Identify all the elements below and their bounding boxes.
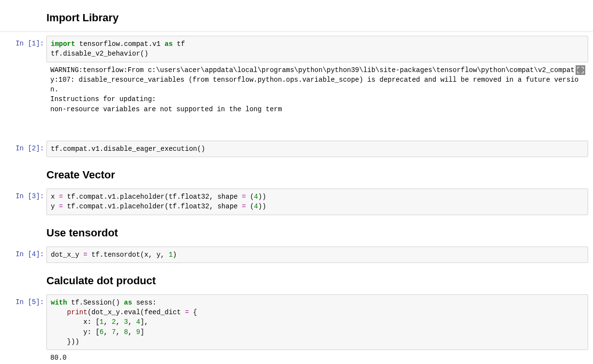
prompt (0, 157, 46, 189)
code-input[interactable]: with tf.Session() as sess: print(dot_x_y… (46, 294, 588, 350)
code-cell[interactable]: In [5]: with tf.Session() as sess: print… (0, 294, 593, 364)
code-cell[interactable]: In [4]: dot_x_y = tf.tensordot(x, y, 1) (0, 247, 593, 263)
output-text: 80.0 ▲▼ (46, 350, 588, 364)
prompt (0, 0, 46, 31)
input-prompt: In [4]: (0, 247, 46, 263)
input-prompt: In [5]: (0, 294, 46, 364)
heading-import-library: Import Library (46, 10, 588, 26)
markdown-cell: Create Vector (0, 157, 593, 189)
notebook: Import Library In [1]: import tensorflow… (0, 0, 593, 364)
heading-calculate-dot-product: Calculate dot product (46, 273, 588, 289)
expand-icon[interactable] (576, 65, 585, 75)
heading-create-vector: Create Vector (46, 167, 588, 183)
markdown-cell: Use tensordot (0, 215, 593, 247)
markdown-cell: Calculate dot product (0, 263, 593, 294)
output-text: WARNING:tensorflow:From c:\users\acer\ap… (46, 62, 588, 137)
code-input[interactable]: import tensorflow.compat.v1 as tf tf.dis… (46, 36, 588, 62)
code-cell[interactable]: In [3]: x = tf.compat.v1.placeholder(tf.… (0, 189, 593, 215)
input-prompt: In [3]: (0, 189, 46, 215)
input-prompt: In [1]: (0, 36, 46, 137)
markdown-cell: Import Library (0, 0, 593, 31)
input-prompt: In [2]: (0, 141, 46, 157)
code-input[interactable]: dot_x_y = tf.tensordot(x, y, 1) (46, 247, 588, 263)
code-input[interactable]: tf.compat.v1.disable_eager_execution() (46, 141, 588, 157)
prompt (0, 215, 46, 247)
prompt (0, 263, 46, 294)
code-cell[interactable]: In [1]: import tensorflow.compat.v1 as t… (0, 36, 593, 137)
code-input[interactable]: x = tf.compat.v1.placeholder(tf.float32,… (46, 189, 588, 215)
code-cell[interactable]: In [2]: tf.compat.v1.disable_eager_execu… (0, 141, 593, 157)
heading-use-tensordot: Use tensordot (46, 225, 588, 241)
